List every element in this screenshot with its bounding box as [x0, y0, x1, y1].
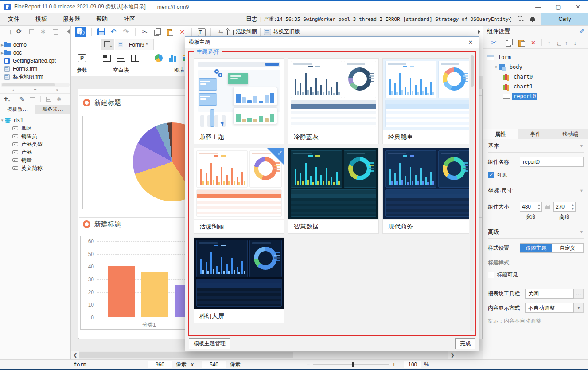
- copy-icon[interactable]: [506, 39, 513, 46]
- zoom-slider-knob[interactable]: [352, 362, 354, 367]
- edit-pencil-icon[interactable]: ✎: [579, 28, 584, 35]
- datasource-item[interactable]: ▼ds1: [0, 116, 70, 124]
- file-tree-item[interactable]: GettingStarted.cpt: [0, 57, 70, 65]
- parameter-icon[interactable]: P: [78, 54, 86, 62]
- theme-button[interactable]: 活泼绚丽: [236, 28, 257, 35]
- width-stepper[interactable]: 480▲▼: [520, 202, 542, 212]
- pie-chart-icon[interactable]: [155, 54, 163, 62]
- property-tab-2[interactable]: 移动端: [553, 129, 588, 139]
- log-label[interactable]: 日志: [246, 15, 257, 23]
- swap-icon[interactable]: ⇆: [215, 28, 225, 36]
- expander-icon[interactable]: ▼: [495, 65, 497, 69]
- hsplit-block-icon[interactable]: [117, 55, 125, 62]
- copy-icon[interactable]: [154, 28, 161, 35]
- theme-card-2[interactable]: 经典稳重: [382, 58, 469, 144]
- new-template-icon[interactable]: [101, 39, 114, 50]
- sidebar-hscrollbar[interactable]: [1, 83, 70, 87]
- preview-dataset-icon[interactable]: [45, 96, 52, 102]
- toolbar-overflow-icon[interactable]: [478, 30, 480, 34]
- collapse-sidebar-icon[interactable]: [67, 29, 70, 34]
- delete-trash-icon[interactable]: [52, 28, 59, 35]
- scroll-left-icon[interactable]: ❮: [71, 352, 79, 358]
- menu-item-0[interactable]: 文件: [0, 13, 27, 25]
- zoom-value-input[interactable]: 100: [404, 361, 421, 368]
- manage-themes-button[interactable]: 模板主题管理: [189, 338, 230, 349]
- save-icon[interactable]: [97, 28, 105, 35]
- document-tab[interactable]: Form9 *: [115, 39, 154, 50]
- absolute-block-icon[interactable]: [103, 55, 111, 62]
- settings-gear-icon[interactable]: [40, 28, 47, 35]
- theme-card-5[interactable]: 现代商务: [382, 148, 469, 234]
- component-tree-item[interactable]: report0: [487, 91, 588, 101]
- theme-card-0[interactable]: 兼容主题: [194, 58, 284, 144]
- component-tree-item[interactable]: chart0: [487, 72, 588, 82]
- paste-icon[interactable]: [518, 39, 525, 46]
- file-tree-item[interactable]: ▶doc: [0, 49, 70, 57]
- cut-icon[interactable]: ✂: [489, 38, 499, 47]
- paste-icon[interactable]: [167, 28, 173, 35]
- file-tree-item[interactable]: 标准地图.frm: [0, 73, 70, 81]
- title-visible-checkbox[interactable]: [488, 272, 494, 278]
- preview-icon[interactable]: [75, 27, 86, 37]
- convert-button[interactable]: 转换至旧版: [273, 28, 300, 35]
- parameter-group[interactable]: P 参数: [77, 51, 87, 74]
- theme-shirt-icon[interactable]: [226, 29, 234, 35]
- delete-dataset-icon[interactable]: [29, 96, 36, 102]
- grid-block-icon[interactable]: [131, 55, 139, 62]
- undo-icon[interactable]: ↶: [109, 28, 118, 36]
- property-tab-1[interactable]: 事件: [518, 129, 553, 139]
- zoom-out-icon[interactable]: −: [303, 361, 313, 368]
- style-segmented-control[interactable]: 跟随主题 自定义: [520, 243, 584, 253]
- bar-chart-icon[interactable]: [169, 55, 177, 62]
- lock-ratio-icon[interactable]: [545, 204, 550, 209]
- maximize-button[interactable]: ▢: [548, 1, 568, 13]
- move-up-icon[interactable]: ↑: [565, 39, 568, 46]
- redo-icon[interactable]: ↷: [121, 28, 131, 36]
- field-item[interactable]: 销量: [0, 156, 70, 164]
- field-item[interactable]: 英文简称: [0, 164, 70, 172]
- menu-item-2[interactable]: 服务器: [55, 13, 88, 25]
- menu-item-3[interactable]: 帮助: [88, 13, 116, 25]
- move-to-bottom-icon[interactable]: ↓̲: [556, 39, 559, 46]
- add-dataset-icon[interactable]: +▾: [4, 94, 10, 104]
- theme-card-3[interactable]: 活泼绚丽: [194, 148, 284, 234]
- field-item[interactable]: 产品: [0, 148, 70, 156]
- file-tree-item[interactable]: ▶demo: [0, 41, 70, 49]
- paper-width-input[interactable]: 960: [148, 361, 172, 368]
- style-follow-theme-option[interactable]: 跟随主题: [520, 244, 552, 252]
- section-advanced[interactable]: 高级▼: [488, 225, 584, 239]
- convert-icon[interactable]: [264, 29, 271, 35]
- style-custom-option[interactable]: 自定义: [552, 244, 583, 252]
- menu-item-1[interactable]: 模板: [27, 13, 55, 25]
- report-toolbar-value[interactable]: 关闭: [525, 289, 574, 299]
- toolbar-more-button[interactable]: ···: [574, 289, 584, 299]
- move-down-icon[interactable]: ↓: [573, 39, 576, 46]
- user-account[interactable]: Carly: [541, 13, 588, 25]
- canvas-hscrollbar[interactable]: ❮ ❯: [71, 351, 456, 359]
- section-basic[interactable]: 基本▼: [488, 139, 584, 153]
- done-button[interactable]: 完成: [455, 338, 475, 349]
- dialog-vscrollbar[interactable]: [470, 55, 474, 331]
- view-panel-icon[interactable]: [28, 28, 35, 35]
- move-to-top-icon[interactable]: ↑̅: [548, 39, 551, 46]
- component-tree-item[interactable]: chart1: [487, 82, 588, 91]
- minimize-button[interactable]: —: [528, 1, 548, 13]
- field-item[interactable]: 销售员: [0, 132, 70, 140]
- bar[interactable]: [141, 272, 168, 317]
- component-tree-item[interactable]: form: [487, 52, 588, 62]
- edit-dataset-icon[interactable]: ✎: [19, 95, 25, 103]
- field-item[interactable]: 产品类型: [0, 140, 70, 148]
- refresh-icon[interactable]: ⟳: [16, 28, 23, 35]
- field-item[interactable]: 地区: [0, 124, 70, 132]
- menu-item-4[interactable]: 社区: [116, 13, 143, 25]
- paper-height-input[interactable]: 540: [202, 361, 226, 368]
- new-folder-icon[interactable]: [4, 28, 11, 35]
- notification-bell-icon[interactable]: [530, 16, 535, 22]
- theme-card-6[interactable]: 科幻大屏: [194, 237, 284, 323]
- zoom-in-icon[interactable]: +: [389, 361, 399, 368]
- widget-name-input[interactable]: report0: [520, 157, 584, 167]
- display-mode-dropdown-icon[interactable]: ▼: [574, 303, 584, 313]
- display-mode-select[interactable]: 不自动调整: [525, 303, 574, 313]
- close-button[interactable]: ✕: [568, 1, 588, 13]
- config-dataset-icon[interactable]: [56, 96, 63, 102]
